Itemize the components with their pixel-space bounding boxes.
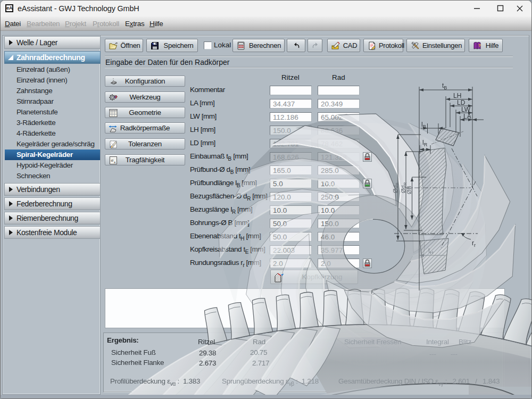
svg-text:?: ? — [478, 43, 481, 48]
